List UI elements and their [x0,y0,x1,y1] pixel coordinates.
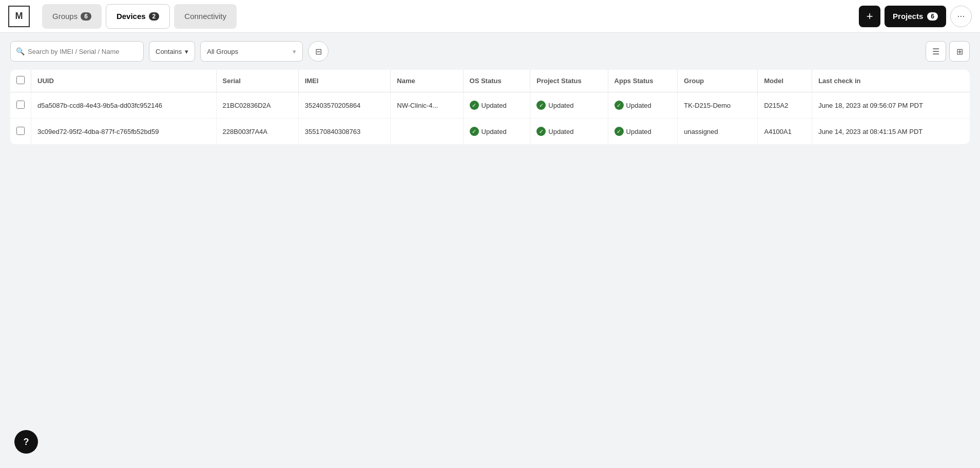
row-checkbox[interactable] [16,127,25,135]
row-serial: 228B003f7A4A [216,119,298,145]
row-os-status: ✓Updated [463,92,530,119]
tab-groups[interactable]: Groups 6 [42,4,102,29]
tab-devices-badge: 2 [149,12,160,21]
row-project-status: ✓Updated [530,92,608,119]
select-all-checkbox[interactable] [16,76,25,84]
row-name [391,119,463,145]
tab-groups-badge: 6 [81,12,91,21]
row-last-checkin: June 14, 2023 at 08:41:15 AM PDT [812,119,970,145]
col-uuid: UUID [31,70,217,92]
projects-label: Projects [893,12,923,21]
status-label: Updated [548,102,573,109]
row-group: unassigned [678,119,758,145]
grid-view-button[interactable]: ⊞ [949,41,970,62]
row-model: A4100A1 [758,119,812,145]
select-all-header[interactable] [10,70,31,92]
view-buttons: ☰ ⊞ [926,41,970,62]
tab-groups-label: Groups [52,12,78,21]
tab-devices-label: Devices [117,12,146,21]
status-check-icon: ✓ [470,127,479,136]
search-icon: 🔍 [16,47,25,55]
list-view-button[interactable]: ☰ [926,41,946,62]
row-project-status: ✓Updated [530,119,608,145]
row-serial: 21BC02836D2A [216,92,298,119]
groups-chevron-icon: ▾ [293,48,296,55]
toolbar: 🔍 Contains ▾ All Groups ▾ ⊟ ☰ ⊞ [0,33,980,70]
table-row[interactable]: d5a5087b-ccd8-4e43-9b5a-dd03fc95214621BC… [10,92,970,119]
status-check-icon: ✓ [536,101,546,110]
row-checkbox[interactable] [16,101,25,109]
col-project-status: Project Status [530,70,608,92]
col-model: Model [758,70,812,92]
row-uuid: d5a5087b-ccd8-4e43-9b5a-dd03fc952146 [31,92,217,119]
col-name: Name [391,70,463,92]
projects-button[interactable]: Projects 6 [885,6,946,27]
filter-button[interactable]: ⊟ [308,41,329,62]
row-last-checkin: June 18, 2023 at 09:56:07 PM PDT [812,92,970,119]
col-os-status: OS Status [463,70,530,92]
contains-label: Contains [156,48,182,55]
row-name: NW-Clinic-4... [391,92,463,119]
row-model: D215A2 [758,92,812,119]
row-imei: 352403570205864 [298,92,391,119]
table-header-row: UUID Serial IMEI Name OS Status Project … [10,70,970,92]
groups-dropdown[interactable]: All Groups ▾ [200,41,303,62]
projects-badge: 6 [927,12,938,21]
devices-table-container: UUID Serial IMEI Name OS Status Project … [0,70,980,144]
row-group: TK-D215-Demo [678,92,758,119]
status-check-icon: ✓ [470,101,479,110]
row-os-status: ✓Updated [463,119,530,145]
status-check-icon: ✓ [614,127,624,136]
tab-devices[interactable]: Devices 2 [106,4,170,29]
status-label: Updated [626,128,651,135]
col-apps-status: Apps Status [608,70,678,92]
all-groups-label: All Groups [207,48,238,55]
tab-connectivity-label: Connectivity [184,12,226,21]
col-imei: IMEI [298,70,391,92]
contains-dropdown[interactable]: Contains ▾ [149,41,195,62]
tab-connectivity[interactable]: Connectivity [174,4,237,29]
status-check-icon: ✓ [614,101,624,110]
add-button[interactable]: + [859,6,880,27]
devices-table: UUID Serial IMEI Name OS Status Project … [10,70,970,144]
status-label: Updated [482,128,507,135]
col-serial: Serial [216,70,298,92]
row-apps-status: ✓Updated [608,92,678,119]
filter-icon: ⊟ [315,47,322,56]
status-check-icon: ✓ [536,127,546,136]
list-view-icon: ☰ [932,47,939,56]
grid-view-icon: ⊞ [956,47,963,56]
row-uuid: 3c09ed72-95f2-4dba-877f-c765fb52bd59 [31,119,217,145]
logo[interactable]: M [8,6,30,27]
status-label: Updated [626,102,651,109]
col-group: Group [678,70,758,92]
status-label: Updated [482,102,507,109]
header: M Groups 6 Devices 2 Connectivity + Proj… [0,0,980,33]
status-label: Updated [548,128,573,135]
table-row[interactable]: 3c09ed72-95f2-4dba-877f-c765fb52bd59228B… [10,119,970,145]
col-last-checkin: Last check in [812,70,970,92]
search-input[interactable] [28,48,130,55]
row-apps-status: ✓Updated [608,119,678,145]
search-box: 🔍 [10,41,144,62]
contains-chevron-icon: ▾ [185,48,188,55]
more-options-button[interactable]: ··· [950,6,972,27]
row-imei: 355170840308763 [298,119,391,145]
